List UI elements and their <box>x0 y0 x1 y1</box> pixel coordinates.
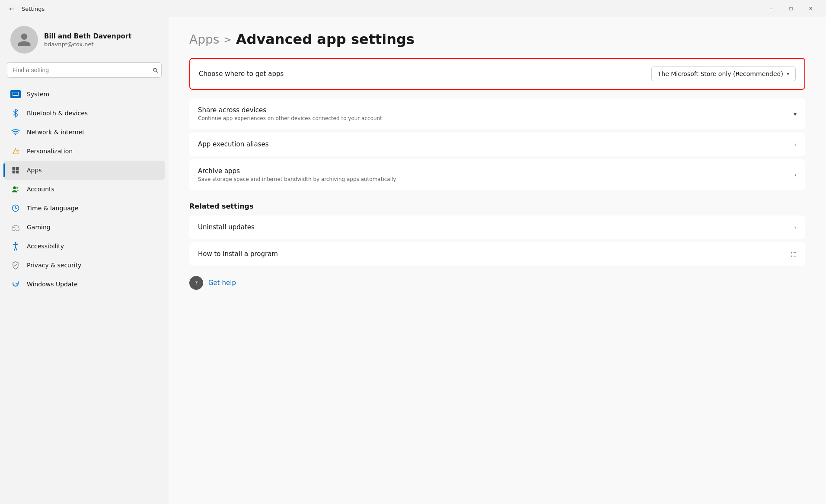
uninstall-updates-chevron: › <box>794 224 797 231</box>
sidebar-label-gaming: Gaming <box>27 224 51 231</box>
sidebar-label-apps: Apps <box>27 167 42 174</box>
get-help-row[interactable]: ? Get help <box>189 267 805 293</box>
sidebar-item-time[interactable]: Time & language <box>3 199 165 218</box>
svg-point-11 <box>17 227 17 227</box>
window-controls: – □ ✕ <box>761 2 821 16</box>
user-icon <box>16 32 32 48</box>
share-across-row[interactable]: Share across devices Continue app experi… <box>189 98 805 129</box>
sidebar-item-network[interactable]: Network & internet <box>3 123 165 142</box>
get-help-icon: ? <box>189 276 203 290</box>
minimize-button[interactable]: – <box>761 2 781 16</box>
uninstall-updates-label: Uninstall updates <box>198 223 255 231</box>
svg-rect-6 <box>13 171 16 174</box>
archive-apps-label: Archive apps <box>198 167 396 175</box>
archive-apps-row[interactable]: Archive apps Save storage space and inte… <box>189 159 805 190</box>
sidebar-label-accounts: Accounts <box>27 186 54 193</box>
avatar <box>10 26 38 54</box>
svg-point-13 <box>15 242 16 244</box>
svg-rect-7 <box>16 171 19 174</box>
chevron-down-icon: ▾ <box>787 71 789 77</box>
choose-where-card: Choose where to get apps The Microsoft S… <box>189 58 805 90</box>
sidebar-item-personalization[interactable]: Personalization <box>3 142 165 161</box>
sidebar-item-bluetooth[interactable]: Bluetooth & devices <box>3 104 165 123</box>
maximize-button[interactable]: □ <box>781 2 801 16</box>
content-area: Apps > Advanced app settings Choose wher… <box>169 17 826 504</box>
archive-apps-sublabel: Save storage space and internet bandwidt… <box>198 176 396 182</box>
sidebar-label-network: Network & internet <box>27 129 85 136</box>
sidebar: Bill and Beth Davenport bdavnpt@cox.net <box>0 17 169 504</box>
user-email: bdavnpt@cox.net <box>44 41 131 48</box>
choose-where-value: The Microsoft Store only (Recommended) <box>658 70 783 77</box>
back-button[interactable]: ← <box>5 2 18 15</box>
breadcrumb-separator: > <box>223 34 231 45</box>
sidebar-label-privacy: Privacy & security <box>27 262 81 269</box>
search-button[interactable] <box>152 67 158 73</box>
privacy-icon <box>10 260 21 270</box>
get-help-label: Get help <box>208 279 236 287</box>
app-exec-chevron: › <box>794 141 797 148</box>
archive-apps-card: Archive apps Save storage space and inte… <box>189 159 805 190</box>
sidebar-label-personalization: Personalization <box>27 148 73 155</box>
breadcrumb-parent[interactable]: Apps <box>189 32 219 47</box>
app-exec-row[interactable]: App execution aliases › <box>189 133 805 156</box>
close-button[interactable]: ✕ <box>801 2 821 16</box>
titlebar-title: Settings <box>22 6 45 12</box>
svg-point-9 <box>16 187 19 189</box>
related-settings-heading: Related settings <box>189 202 805 210</box>
sidebar-item-apps[interactable]: Apps <box>3 161 165 180</box>
search-icon <box>152 67 158 73</box>
share-across-label: Share across devices <box>198 106 382 114</box>
time-icon <box>10 203 21 213</box>
uninstall-updates-card: Uninstall updates › <box>189 216 805 239</box>
choose-where-dropdown[interactable]: The Microsoft Store only (Recommended) ▾ <box>651 67 796 81</box>
uninstall-updates-row[interactable]: Uninstall updates › <box>189 216 805 239</box>
app-exec-label: App execution aliases <box>198 140 269 148</box>
choose-where-label: Choose where to get apps <box>199 70 284 78</box>
external-link-icon: ⬚ <box>791 250 797 257</box>
sidebar-item-privacy[interactable]: Privacy & security <box>3 256 165 275</box>
search-box <box>7 62 162 78</box>
sidebar-label-time: Time & language <box>27 205 78 212</box>
titlebar: ← Settings – □ ✕ <box>0 0 826 17</box>
share-across-card: Share across devices Continue app experi… <box>189 98 805 129</box>
sidebar-item-update[interactable]: Windows Update <box>3 275 165 294</box>
svg-point-3 <box>15 134 16 135</box>
system-icon <box>10 89 21 99</box>
how-to-install-row[interactable]: How to install a program ⬚ <box>189 242 805 266</box>
archive-apps-chevron: › <box>794 171 797 178</box>
svg-rect-5 <box>16 167 19 170</box>
svg-rect-4 <box>13 167 16 170</box>
page-title: Advanced app settings <box>236 31 415 48</box>
main-layout: Bill and Beth Davenport bdavnpt@cox.net <box>0 17 826 504</box>
user-section: Bill and Beth Davenport bdavnpt@cox.net <box>0 17 169 62</box>
svg-rect-0 <box>13 92 19 95</box>
svg-point-8 <box>13 186 16 189</box>
bluetooth-icon <box>10 108 21 118</box>
sidebar-item-system[interactable]: System <box>3 85 165 104</box>
personalization-icon <box>10 146 21 156</box>
user-name: Bill and Beth Davenport <box>44 32 131 40</box>
sidebar-item-gaming[interactable]: Gaming <box>3 218 165 237</box>
network-icon <box>10 127 21 137</box>
user-info: Bill and Beth Davenport bdavnpt@cox.net <box>44 32 131 48</box>
sidebar-label-bluetooth: Bluetooth & devices <box>27 110 88 117</box>
accessibility-icon <box>10 241 21 251</box>
share-across-chevron: ▾ <box>794 111 797 117</box>
sidebar-item-accessibility[interactable]: Accessibility <box>3 237 165 256</box>
app-exec-card: App execution aliases › <box>189 133 805 156</box>
apps-icon <box>10 165 21 175</box>
sidebar-label-update: Windows Update <box>27 281 78 288</box>
sidebar-label-system: System <box>27 91 49 98</box>
svg-point-12 <box>17 228 18 228</box>
breadcrumb: Apps > Advanced app settings <box>189 31 805 48</box>
search-input[interactable] <box>7 62 162 78</box>
how-to-install-label: How to install a program <box>198 250 278 258</box>
choose-where-row[interactable]: Choose where to get apps The Microsoft S… <box>190 59 804 89</box>
how-to-install-card: How to install a program ⬚ <box>189 242 805 266</box>
sidebar-label-accessibility: Accessibility <box>27 243 64 250</box>
sidebar-item-accounts[interactable]: Accounts <box>3 180 165 199</box>
svg-rect-2 <box>13 96 18 96</box>
accounts-icon <box>10 184 21 194</box>
share-across-sublabel: Continue app experiences on other device… <box>198 115 382 121</box>
update-icon <box>10 279 21 289</box>
